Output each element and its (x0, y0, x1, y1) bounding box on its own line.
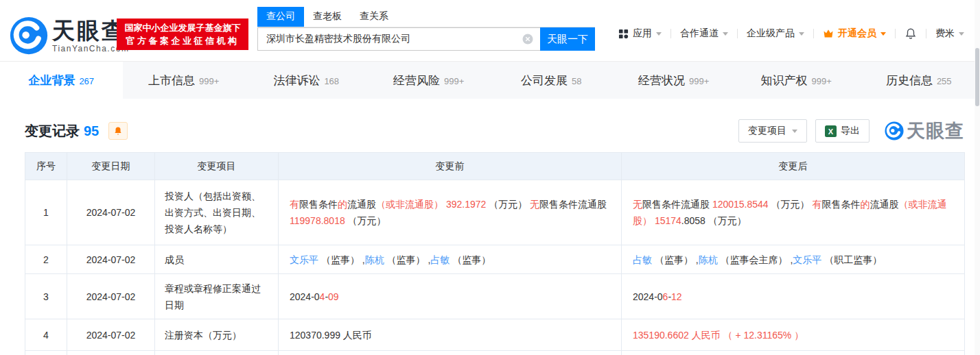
tab-count: 999+ (812, 76, 832, 86)
diff-text: （万元） (486, 199, 530, 210)
diff-text: （监事） , (384, 254, 431, 265)
tianyancha-logo[interactable]: 天眼查 TianYanCha.com (10, 16, 129, 55)
cell-before: 有限售条件的流通股（或非流通股） 392.1972 （万元） 无限售条件流通股 … (279, 180, 622, 245)
table-row: 32024-07-02章程或章程修正案通过日期2024-04-092024-06… (25, 274, 965, 319)
search-input[interactable] (257, 27, 540, 51)
nav-apps-label: 应用 (633, 27, 652, 40)
person-link[interactable]: 陈杭 (699, 254, 718, 265)
diff-text: 的 (338, 199, 347, 210)
diff-text: 限售条件 (299, 199, 338, 210)
diff-text: 135190.6602 人民币 （ + 12.31165% ） (633, 330, 804, 341)
nav-item-apps[interactable]: 应用 (609, 27, 670, 40)
cell-item: 投资人（包括出资额、出资方式、出资日期、投资人名称等） (155, 180, 279, 245)
diff-text: 限售条件流通股 (539, 199, 607, 210)
diff-text: （万元） (345, 215, 386, 226)
diff-text: 流通股 (870, 199, 898, 210)
scrollbar-thumb[interactable] (975, 48, 979, 106)
nav-item-user[interactable]: 费米 (926, 27, 973, 40)
tab-company-background[interactable]: 企业背景267 (0, 62, 123, 99)
subscribe-bell-button[interactable] (108, 122, 128, 140)
diff-text: 有 (290, 199, 299, 210)
tab-count: 168 (324, 76, 339, 86)
change-record-table: 序号 变更日期 变更项目 变更前 变更后 12024-07-02投资人（包括出资… (25, 152, 965, 355)
search-tab-relation[interactable]: 查关系 (351, 7, 397, 27)
diff-text: 无 (530, 199, 539, 210)
header-change-date: 变更日期 (67, 153, 155, 180)
diff-text: 120370.999 人民币 (290, 330, 372, 341)
nav-item-cooperation[interactable]: 合作通道 (671, 27, 737, 40)
chevron-down-icon (656, 32, 662, 36)
diff-text: （万元） (769, 199, 813, 210)
nav-cooperation-label: 合作通道 (680, 27, 719, 40)
cell-before: 120370.999 人民币 (279, 319, 622, 351)
search-tabs: 查公司 查老板 查关系 (257, 7, 595, 27)
diff-text: 2024-0 (290, 291, 320, 302)
diff-text: 流通股 (347, 199, 376, 210)
export-button[interactable]: X 导出 (815, 119, 870, 143)
chevron-down-icon (959, 32, 964, 36)
search-tab-company[interactable]: 查公司 (257, 7, 304, 27)
tab-company-development[interactable]: 公司发展58 (490, 62, 613, 99)
table-row-partial (25, 351, 965, 355)
tianyancha-eye-icon (885, 121, 904, 140)
diff-text: 限售条件 (821, 199, 860, 210)
search-area: 查公司 查老板 查关系 天眼一下 (257, 7, 595, 51)
nav-item-notifications[interactable] (896, 27, 926, 40)
top-nav: 应用 合作通道 企业级产品 开通会员 (609, 27, 973, 40)
person-link[interactable]: 文乐平 (290, 254, 318, 265)
diff-text: （监事） (450, 254, 491, 265)
header-before: 变更前 (279, 153, 622, 180)
diff-text: （监事） , (318, 254, 365, 265)
tianyancha-watermark: 天眼查 (885, 119, 964, 143)
table-header-row: 序号 变更日期 变更项目 变更前 变更后 (25, 153, 965, 180)
cell-date: 2024-07-02 (67, 245, 155, 274)
crown-icon (823, 29, 834, 38)
person-link[interactable]: 文乐平 (793, 254, 821, 265)
change-table-body: 12024-07-02投资人（包括出资额、出资方式、出资日期、投资人名称等）有限… (25, 180, 965, 355)
tab-count: 999+ (444, 76, 464, 86)
clear-icon[interactable] (522, 34, 533, 45)
cell-item: 注册资本（万元） (155, 319, 279, 351)
diff-text: 392.1972 (446, 199, 486, 210)
site-header: 天眼查 TianYanCha.com 国家中小企业发展子基金旗下 官方备案企业征… (0, 0, 980, 62)
person-link[interactable]: 占敏 (633, 254, 652, 265)
cell-seq: 2 (25, 245, 67, 274)
section-title: 变更记录 (25, 122, 80, 140)
tab-legal-proceedings[interactable]: 法律诉讼168 (245, 62, 368, 99)
tab-intellectual-property[interactable]: 知识产权999+ (735, 62, 858, 99)
diff-text: 有 (812, 199, 821, 210)
search-button[interactable]: 天眼一下 (540, 27, 595, 51)
person-link[interactable]: 占敏 (430, 254, 450, 265)
tab-operating-risk[interactable]: 经营风险999+ (368, 62, 491, 99)
tab-history-info[interactable]: 历史信息255 (858, 62, 980, 99)
nav-vip-label: 开通会员 (838, 27, 876, 40)
person-link[interactable]: 陈杭 (365, 254, 384, 265)
diff-text: （监事会主席） , (718, 254, 793, 265)
tab-listing-info[interactable]: 上市信息999+ (123, 62, 246, 99)
table-row: 42024-07-02注册资本（万元）120370.999 人民币135190.… (25, 319, 965, 351)
scrollbar[interactable] (975, 0, 980, 355)
chevron-down-icon (880, 32, 886, 36)
nav-item-enterprise[interactable]: 企业级产品 (738, 27, 813, 40)
cell-item: 成员 (155, 245, 279, 274)
diff-text: 15174 (655, 215, 681, 226)
change-item-filter-button[interactable]: 变更项目 (738, 119, 807, 143)
tab-operating-status[interactable]: 经营状况999+ (613, 62, 736, 99)
nav-enterprise-label: 企业级产品 (747, 27, 795, 40)
diff-text: 无 (633, 199, 642, 210)
badge-line2: 官方备案企业征信机构 (119, 34, 246, 47)
search-tab-boss[interactable]: 查老板 (304, 7, 351, 27)
bell-icon (113, 126, 123, 136)
certification-badge: 国家中小企业发展子基金旗下 官方备案企业征信机构 (117, 19, 248, 50)
main-tabs: 企业背景267 上市信息999+ 法律诉讼168 经营风险999+ 公司发展58… (0, 62, 980, 99)
bell-icon (905, 27, 917, 40)
cell-seq: 4 (25, 319, 67, 351)
diff-text: （或非流通股） (376, 199, 446, 210)
nav-item-vip[interactable]: 开通会员 (814, 27, 895, 40)
tab-count: 999+ (199, 76, 219, 86)
watermark-text: 天眼查 (907, 119, 964, 143)
svg-text:X: X (828, 127, 834, 135)
diff-text: .8058 （万元） (681, 215, 747, 226)
diff-text: 的 (860, 199, 870, 210)
table-row: 22024-07-02成员文乐平 （监事） ,陈杭 （监事） ,占敏 （监事）占… (25, 245, 965, 274)
